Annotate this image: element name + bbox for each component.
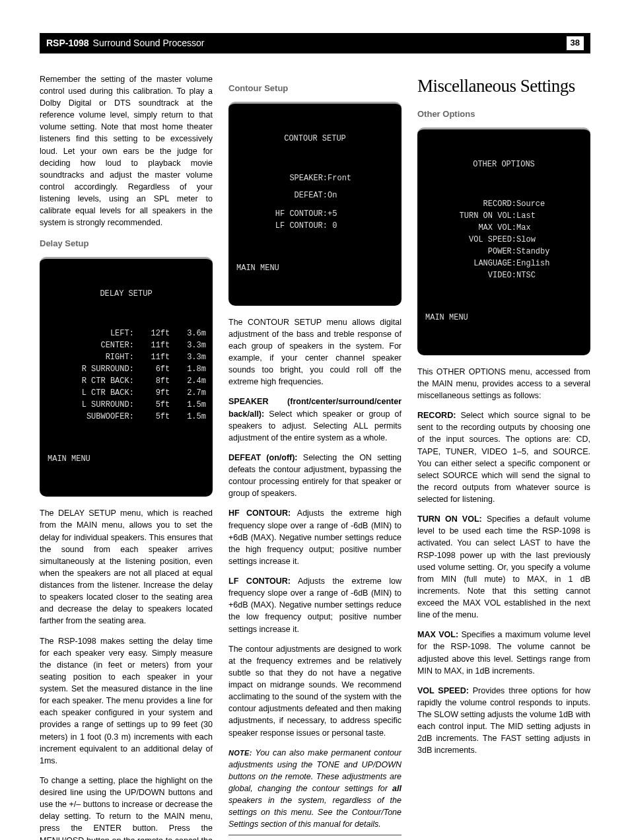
- column-2: Contour Setup CONTOUR SETUP SPEAKER:Fron…: [228, 73, 402, 840]
- body-text: The RSP-1098 makes setting the delay tim…: [40, 635, 213, 767]
- osd-value-ft: 11ft: [135, 339, 170, 351]
- osd-contour-setup: CONTOUR SETUP SPEAKER:FrontDEFEAT:OnHF C…: [228, 102, 402, 306]
- label-defeat: DEFEAT (on/off):: [228, 453, 298, 462]
- body-text: The contour adjustments are designed to …: [228, 643, 402, 739]
- osd-label: SPEAKER:: [236, 172, 328, 184]
- osd-row: LF CONTOUR: 0: [236, 220, 394, 232]
- body-text: LF CONTOUR: Adjusts the extreme low freq…: [228, 575, 402, 635]
- osd-row: HF CONTOUR:+5: [236, 208, 394, 220]
- osd-row: SPEAKER:Front: [236, 172, 394, 184]
- osd-value-m: 1.5m: [170, 399, 206, 411]
- osd-label: RECORD:: [425, 198, 516, 210]
- osd-value-ft: 6ft: [135, 363, 170, 375]
- osd-label: VIDEO:: [425, 269, 516, 281]
- osd-label: MAX VOL:: [425, 222, 516, 234]
- osd-value-m: 3.3m: [170, 339, 206, 351]
- osd-title: CONTOUR SETUP: [236, 133, 394, 145]
- heading-delay-setup: Delay Setup: [40, 238, 213, 250]
- osd-value: Last: [516, 210, 582, 222]
- osd-delay-setup: DELAY SETUP LEFT:12ft3.6mCENTER:11ft3.3m…: [40, 257, 213, 497]
- osd-other-options: OTHER OPTIONS RECORD:SourceTURN ON VOL:L…: [417, 127, 590, 355]
- osd-value-ft: 5ft: [135, 411, 170, 423]
- body-text: HF CONTOUR: Adjusts the extreme high fre…: [228, 507, 402, 567]
- body-text: The DELAY SETUP menu, which is reached f…: [40, 507, 213, 627]
- label-vol-speed: VOL SPEED:: [417, 686, 469, 695]
- body-text: VOL SPEED: Provides three options for ho…: [417, 685, 590, 757]
- osd-row: SUBWOOFER:5ft1.5m: [48, 411, 205, 423]
- body-text: SPEAKER (front/center/surround/center ba…: [228, 396, 402, 444]
- osd-row: RECORD:Source: [425, 198, 582, 210]
- osd-label: HF CONTOUR:: [236, 208, 328, 220]
- label-max-vol: MAX VOL:: [417, 630, 458, 639]
- osd-value-ft: 12ft: [135, 328, 170, 339]
- osd-row: L SURROUND:5ft1.5m: [48, 399, 205, 411]
- osd-row: CENTER:11ft3.3m: [48, 339, 205, 351]
- osd-value-m: 2.7m: [170, 387, 206, 399]
- osd-label: CENTER:: [48, 339, 135, 351]
- osd-label: R SURROUND:: [48, 363, 135, 375]
- osd-label: LF CONTOUR:: [236, 220, 328, 232]
- text: Select which source signal to be sent to…: [417, 411, 590, 504]
- note-text: You can also make permanent contour adju…: [228, 748, 402, 793]
- text: Specifies a default volume level to be u…: [417, 514, 590, 619]
- osd-row: R SURROUND:6ft1.8m: [48, 363, 205, 375]
- body-text: To change a setting, place the highlight…: [40, 775, 213, 840]
- body-text: DEFEAT (on/off): Selecting the ON settin…: [228, 452, 402, 500]
- body-text: MAX VOL: Specifies a maximum volume leve…: [417, 629, 590, 677]
- osd-value: Front: [328, 172, 394, 184]
- osd-value: Standby: [516, 246, 582, 258]
- text: Provides three options for how rapidly t…: [417, 686, 590, 755]
- osd-main-menu: MAIN MENU: [236, 262, 394, 274]
- label-record: RECORD:: [417, 411, 456, 420]
- body-text: Remember the setting of the master volum…: [40, 73, 213, 229]
- label-hf-contour: HF CONTOUR:: [228, 508, 291, 518]
- osd-value: Slow: [516, 234, 582, 246]
- heading-contour-setup: Contour Setup: [228, 83, 402, 95]
- note-block: NOTE: You can also make permanent contou…: [228, 747, 402, 835]
- osd-label: VOL SPEED:: [425, 234, 516, 246]
- osd-value-m: 3.3m: [170, 351, 206, 363]
- column-3: Miscellaneous Settings Other Options OTH…: [417, 73, 590, 840]
- osd-label: RIGHT:: [48, 351, 135, 363]
- osd-value-m: 2.4m: [170, 375, 206, 387]
- osd-title: DELAY SETUP: [48, 288, 205, 300]
- osd-main-menu: MAIN MENU: [48, 453, 205, 465]
- osd-label: LANGUAGE:: [425, 258, 516, 269]
- osd-row: RIGHT:11ft3.3m: [48, 351, 205, 363]
- osd-main-menu: MAIN MENU: [425, 312, 582, 324]
- osd-label: LEFT:: [48, 328, 135, 339]
- osd-row: VIDEO:NTSC: [425, 269, 582, 281]
- heading-misc-settings: Miscellaneous Settings: [417, 73, 590, 99]
- body-text: TURN ON VOL: Specifies a default volume …: [417, 513, 590, 621]
- note-text: speakers in the system, regardless of th…: [228, 796, 402, 829]
- page-number: 38: [567, 36, 584, 50]
- osd-row: LANGUAGE:English: [425, 258, 582, 269]
- osd-rows: LEFT:12ft3.6mCENTER:11ft3.3mRIGHT:11ft3.…: [48, 328, 205, 423]
- osd-row: MAX VOL:Max: [425, 222, 582, 234]
- columns-wrapper: Remember the setting of the master volum…: [40, 73, 590, 840]
- osd-row: VOL SPEED:Slow: [425, 234, 582, 246]
- osd-label: POWER:: [425, 246, 516, 258]
- osd-row: LEFT:12ft3.6m: [48, 328, 205, 339]
- osd-value-m: 1.8m: [170, 363, 206, 375]
- osd-label: L SURROUND:: [48, 399, 135, 411]
- osd-label: R CTR BACK:: [48, 375, 135, 387]
- osd-row: DEFEAT:On: [236, 190, 394, 201]
- osd-label: DEFEAT:: [236, 190, 328, 201]
- body-text: RECORD: Select which source signal to be…: [417, 409, 590, 505]
- osd-value: Max: [516, 222, 582, 234]
- note-label: NOTE:: [228, 749, 252, 757]
- osd-value: +5: [328, 208, 394, 220]
- note-emphasis: all: [392, 784, 402, 793]
- body-text: This OTHER OPTIONS menu, accessed from t…: [417, 366, 590, 402]
- osd-label: SUBWOOFER:: [48, 411, 135, 423]
- osd-label: L CTR BACK:: [48, 387, 135, 399]
- osd-value-ft: 8ft: [135, 375, 170, 387]
- osd-row: TURN ON VOL:Last: [425, 210, 582, 222]
- osd-rows: SPEAKER:FrontDEFEAT:OnHF CONTOUR:+5LF CO…: [236, 172, 394, 232]
- label-turn-on-vol: TURN ON VOL:: [417, 514, 482, 524]
- osd-label: TURN ON VOL:: [425, 210, 516, 222]
- osd-value: Source: [516, 198, 582, 210]
- product-model: RSP-1098: [46, 36, 89, 50]
- osd-value: 0: [328, 220, 394, 232]
